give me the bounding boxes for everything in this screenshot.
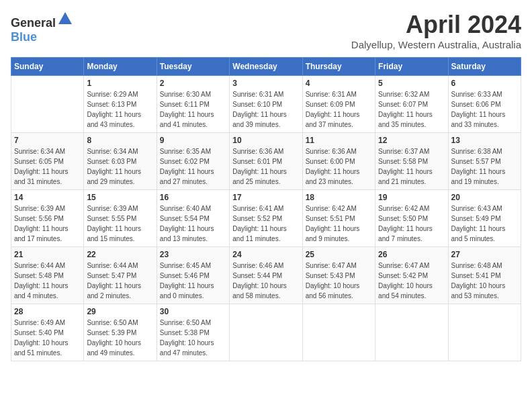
calendar-day-cell: 26Sunrise: 6:47 AMSunset: 5:42 PMDayligh… [375, 247, 448, 304]
day-info: Sunrise: 6:38 AMSunset: 5:57 PMDaylight:… [451, 146, 518, 187]
calendar-day-cell: 3Sunrise: 6:31 AMSunset: 6:10 PMDaylight… [230, 76, 302, 133]
calendar-day-cell: 23Sunrise: 6:45 AMSunset: 5:46 PMDayligh… [157, 247, 229, 304]
logo-text: General Blue [11, 11, 73, 44]
day-info: Sunrise: 6:32 AMSunset: 6:07 PMDaylight:… [378, 89, 445, 130]
calendar-table: SundayMondayTuesdayWednesdayThursdayFrid… [11, 57, 521, 361]
logo-blue: Blue [11, 30, 37, 44]
day-number: 28 [14, 307, 81, 316]
calendar-day-cell: 13Sunrise: 6:38 AMSunset: 5:57 PMDayligh… [448, 133, 521, 190]
calendar-day-cell: 1Sunrise: 6:29 AMSunset: 6:13 PMDaylight… [84, 76, 157, 133]
day-info: Sunrise: 6:40 AMSunset: 5:54 PMDaylight:… [160, 203, 226, 244]
day-info: Sunrise: 6:50 AMSunset: 5:39 PMDaylight:… [87, 318, 153, 358]
day-info: Sunrise: 6:30 AMSunset: 6:11 PMDaylight:… [160, 89, 226, 130]
day-info: Sunrise: 6:35 AMSunset: 6:02 PMDaylight:… [160, 146, 226, 187]
day-number: 23 [160, 250, 226, 259]
day-number: 16 [160, 193, 226, 202]
calendar-week-row: 28Sunrise: 6:49 AMSunset: 5:40 PMDayligh… [11, 304, 521, 361]
location-title: Dalyellup, Western Australia, Australia [351, 39, 521, 50]
logo-general: General [11, 16, 56, 30]
day-number: 18 [306, 193, 372, 202]
day-info: Sunrise: 6:36 AMSunset: 6:01 PMDaylight:… [232, 146, 299, 187]
calendar-day-cell [302, 304, 375, 361]
calendar-day-cell: 15Sunrise: 6:39 AMSunset: 5:55 PMDayligh… [84, 190, 157, 247]
day-info: Sunrise: 6:42 AMSunset: 5:50 PMDaylight:… [378, 203, 445, 244]
weekday-header: Friday [375, 58, 448, 76]
day-info: Sunrise: 6:39 AMSunset: 5:55 PMDaylight:… [87, 203, 153, 244]
weekday-header-row: SundayMondayTuesdayWednesdayThursdayFrid… [11, 58, 521, 76]
day-info: Sunrise: 6:37 AMSunset: 5:58 PMDaylight:… [378, 146, 445, 187]
day-info: Sunrise: 6:44 AMSunset: 5:48 PMDaylight:… [14, 261, 81, 301]
logo-icon [57, 11, 73, 27]
day-info: Sunrise: 6:47 AMSunset: 5:42 PMDaylight:… [378, 261, 445, 301]
day-info: Sunrise: 6:44 AMSunset: 5:47 PMDaylight:… [87, 261, 153, 301]
day-number: 10 [232, 136, 299, 145]
calendar-day-cell: 4Sunrise: 6:31 AMSunset: 6:09 PMDaylight… [302, 76, 375, 133]
calendar-day-cell: 22Sunrise: 6:44 AMSunset: 5:47 PMDayligh… [84, 247, 157, 304]
day-info: Sunrise: 6:45 AMSunset: 5:46 PMDaylight:… [160, 261, 226, 301]
calendar-day-cell [230, 304, 302, 361]
logo: General Blue [11, 11, 73, 44]
calendar-day-cell: 19Sunrise: 6:42 AMSunset: 5:50 PMDayligh… [375, 190, 448, 247]
calendar-day-cell: 24Sunrise: 6:46 AMSunset: 5:44 PMDayligh… [230, 247, 302, 304]
day-info: Sunrise: 6:31 AMSunset: 6:10 PMDaylight:… [232, 89, 299, 130]
weekday-header: Saturday [448, 58, 521, 76]
day-number: 9 [160, 136, 226, 145]
day-number: 22 [87, 250, 153, 259]
day-number: 14 [14, 193, 81, 202]
calendar-day-cell: 2Sunrise: 6:30 AMSunset: 6:11 PMDaylight… [157, 76, 229, 133]
calendar-day-cell: 28Sunrise: 6:49 AMSunset: 5:40 PMDayligh… [11, 304, 84, 361]
title-block: April 2024 Dalyellup, Western Australia,… [351, 11, 521, 50]
calendar-day-cell: 12Sunrise: 6:37 AMSunset: 5:58 PMDayligh… [375, 133, 448, 190]
day-info: Sunrise: 6:48 AMSunset: 5:41 PMDaylight:… [451, 261, 518, 301]
weekday-header: Sunday [11, 58, 84, 76]
day-info: Sunrise: 6:43 AMSunset: 5:49 PMDaylight:… [451, 203, 518, 244]
day-number: 27 [451, 250, 518, 259]
day-info: Sunrise: 6:33 AMSunset: 6:06 PMDaylight:… [451, 89, 518, 130]
day-info: Sunrise: 6:46 AMSunset: 5:44 PMDaylight:… [232, 261, 299, 301]
day-number: 20 [451, 193, 518, 202]
day-number: 30 [160, 307, 226, 316]
calendar-week-row: 21Sunrise: 6:44 AMSunset: 5:48 PMDayligh… [11, 247, 521, 304]
calendar-day-cell: 10Sunrise: 6:36 AMSunset: 6:01 PMDayligh… [230, 133, 302, 190]
day-number: 13 [451, 136, 518, 145]
day-number: 17 [232, 193, 299, 202]
day-number: 25 [306, 250, 372, 259]
day-number: 29 [87, 307, 153, 316]
day-info: Sunrise: 6:31 AMSunset: 6:09 PMDaylight:… [306, 89, 372, 130]
day-number: 19 [378, 193, 445, 202]
day-info: Sunrise: 6:34 AMSunset: 6:05 PMDaylight:… [14, 146, 81, 187]
calendar-day-cell: 30Sunrise: 6:50 AMSunset: 5:38 PMDayligh… [157, 304, 229, 361]
day-number: 5 [378, 79, 445, 88]
day-info: Sunrise: 6:47 AMSunset: 5:43 PMDaylight:… [306, 261, 372, 301]
calendar-day-cell: 20Sunrise: 6:43 AMSunset: 5:49 PMDayligh… [448, 190, 521, 247]
calendar-week-row: 7Sunrise: 6:34 AMSunset: 6:05 PMDaylight… [11, 133, 521, 190]
weekday-header: Tuesday [157, 58, 229, 76]
calendar-day-cell: 25Sunrise: 6:47 AMSunset: 5:43 PMDayligh… [302, 247, 375, 304]
svg-marker-0 [58, 12, 72, 24]
calendar-day-cell: 14Sunrise: 6:39 AMSunset: 5:56 PMDayligh… [11, 190, 84, 247]
day-number: 24 [232, 250, 299, 259]
calendar-day-cell: 27Sunrise: 6:48 AMSunset: 5:41 PMDayligh… [448, 247, 521, 304]
day-number: 7 [14, 136, 81, 145]
calendar-day-cell [375, 304, 448, 361]
day-number: 6 [451, 79, 518, 88]
day-info: Sunrise: 6:42 AMSunset: 5:51 PMDaylight:… [306, 203, 372, 244]
day-info: Sunrise: 6:49 AMSunset: 5:40 PMDaylight:… [14, 318, 81, 358]
weekday-header: Monday [84, 58, 157, 76]
page-header: General Blue April 2024 Dalyellup, Weste… [11, 11, 521, 50]
calendar-week-row: 14Sunrise: 6:39 AMSunset: 5:56 PMDayligh… [11, 190, 521, 247]
day-info: Sunrise: 6:29 AMSunset: 6:13 PMDaylight:… [87, 89, 153, 130]
weekday-header: Thursday [302, 58, 375, 76]
day-number: 3 [232, 79, 299, 88]
day-info: Sunrise: 6:39 AMSunset: 5:56 PMDaylight:… [14, 203, 81, 244]
day-number: 21 [14, 250, 81, 259]
calendar-week-row: 1Sunrise: 6:29 AMSunset: 6:13 PMDaylight… [11, 76, 521, 133]
calendar-day-cell [11, 76, 84, 133]
month-title: April 2024 [351, 11, 521, 39]
day-info: Sunrise: 6:36 AMSunset: 6:00 PMDaylight:… [306, 146, 372, 187]
calendar-day-cell: 29Sunrise: 6:50 AMSunset: 5:39 PMDayligh… [84, 304, 157, 361]
calendar-day-cell: 5Sunrise: 6:32 AMSunset: 6:07 PMDaylight… [375, 76, 448, 133]
day-number: 12 [378, 136, 445, 145]
day-info: Sunrise: 6:50 AMSunset: 5:38 PMDaylight:… [160, 318, 226, 358]
calendar-day-cell: 21Sunrise: 6:44 AMSunset: 5:48 PMDayligh… [11, 247, 84, 304]
